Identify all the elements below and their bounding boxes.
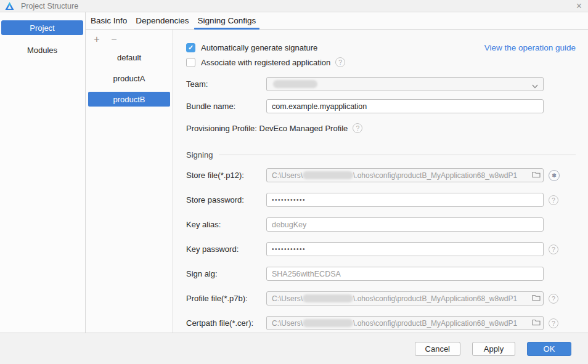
path-prefix: C:\Users\ — [272, 319, 303, 328]
folder-icon[interactable] — [532, 294, 541, 303]
section-divider — [219, 155, 576, 155]
auto-generate-signature-label: Automatically generate signature — [201, 43, 317, 52]
key-alias-input[interactable] — [266, 217, 544, 232]
tab-signing-configs[interactable]: Signing Configs — [194, 12, 260, 29]
folder-icon[interactable] — [532, 171, 541, 180]
provisioning-help-icon[interactable]: ? — [353, 123, 362, 133]
tab-dependencies[interactable]: Dependencies — [132, 12, 192, 29]
key-password-label: Key password: — [186, 245, 266, 254]
bundle-name-label: Bundle name: — [186, 102, 266, 111]
store-password-help-icon[interactable]: ? — [549, 195, 558, 205]
profile-file-help-icon[interactable]: ? — [549, 294, 558, 304]
config-item-productA[interactable]: productA — [88, 71, 170, 86]
provisioning-profile-text: Provisioning Profile: DevEco Managed Pro… — [186, 124, 348, 133]
tab-basic-info[interactable]: Basic Info — [87, 12, 131, 29]
team-value-redacted — [273, 80, 317, 88]
path-suffix: \.ohos\config\productB_MyApplication68_w… — [353, 294, 532, 303]
team-select[interactable] — [266, 77, 544, 91]
config-list-toolbar: + − — [86, 34, 173, 50]
path-redacted — [303, 171, 353, 179]
profile-file-input[interactable]: C:\Users\ \.ohos\config\productB_MyAppli… — [266, 291, 544, 305]
add-config-icon[interactable]: + — [91, 34, 102, 45]
path-prefix: C:\Users\ — [272, 171, 303, 180]
sidebar-item-modules[interactable]: Modules — [1, 42, 83, 57]
team-label: Team: — [186, 79, 266, 89]
sidebar-item-label: Project — [30, 23, 54, 33]
certpath-file-label: Certpath file(*.cer): — [186, 318, 266, 328]
tab-label: Signing Configs — [198, 16, 256, 25]
ok-button[interactable]: OK — [527, 342, 571, 356]
store-password-label: Store password: — [186, 195, 266, 204]
key-password-help-icon[interactable]: ? — [549, 245, 558, 254]
operation-guide-link[interactable]: View the operation guide — [484, 43, 576, 52]
chevron-down-icon — [532, 82, 538, 86]
config-item-default[interactable]: default — [88, 50, 170, 65]
config-item-label: default — [117, 53, 141, 62]
signing-config-list: + − default productA productB — [86, 30, 173, 333]
tab-label: Dependencies — [136, 16, 189, 25]
deveco-logo-icon — [5, 2, 14, 10]
path-suffix: \.ohos\config\productB_MyApplication68_w… — [353, 171, 532, 180]
dialog-footer: Cancel Apply OK — [0, 333, 588, 364]
project-structure-dialog: Project Structure × Project Modules Basi… — [0, 0, 588, 364]
key-password-input[interactable] — [266, 242, 544, 256]
remove-config-icon[interactable]: − — [108, 34, 120, 45]
new-keystore-icon[interactable]: ✽ — [549, 170, 560, 181]
certpath-file-help-icon[interactable]: ? — [549, 318, 558, 328]
sign-alg-label: Sign alg: — [186, 269, 266, 278]
path-redacted — [303, 294, 353, 302]
config-item-label: productB — [113, 95, 145, 104]
certpath-file-input[interactable]: C:\Users\ \.ohos\config\productB_MyAppli… — [266, 316, 544, 330]
apply-button[interactable]: Apply — [472, 342, 515, 356]
bundle-name-input[interactable] — [266, 99, 544, 113]
title-bar: Project Structure × — [0, 0, 588, 12]
sidebar-item-label: Modules — [27, 46, 57, 55]
signing-section-title: Signing — [186, 150, 213, 160]
window-title: Project Structure — [21, 2, 78, 10]
sidebar-item-project[interactable]: Project — [1, 20, 83, 35]
associate-application-checkbox[interactable] — [186, 58, 195, 67]
store-file-label: Store file(*.p12): — [186, 171, 266, 180]
tab-bar: Basic Info Dependencies Signing Configs — [86, 12, 588, 30]
tab-label: Basic Info — [91, 16, 127, 25]
associate-application-label: Associate with registered application — [201, 58, 330, 67]
sidebar: Project Modules — [0, 12, 86, 333]
associate-help-icon[interactable]: ? — [335, 57, 345, 67]
config-item-productB[interactable]: productB — [88, 92, 170, 107]
path-prefix: C:\Users\ — [272, 294, 303, 303]
path-suffix: \.ohos\config\productB_MyApplication68_w… — [353, 319, 532, 328]
store-password-input[interactable] — [266, 193, 544, 207]
path-redacted — [303, 319, 353, 327]
close-icon[interactable]: × — [576, 2, 582, 10]
auto-generate-signature-checkbox[interactable] — [186, 43, 195, 52]
store-file-input[interactable]: C:\Users\ \.ohos\config\productB_MyAppli… — [266, 168, 544, 182]
profile-file-label: Profile file(*.p7b): — [186, 294, 266, 303]
sign-alg-input[interactable] — [266, 267, 544, 281]
signing-config-form: Automatically generate signature View th… — [173, 30, 588, 333]
folder-icon[interactable] — [532, 318, 541, 328]
config-item-label: productA — [113, 74, 145, 83]
cancel-button[interactable]: Cancel — [415, 342, 460, 356]
key-alias-label: Key alias: — [186, 220, 266, 229]
